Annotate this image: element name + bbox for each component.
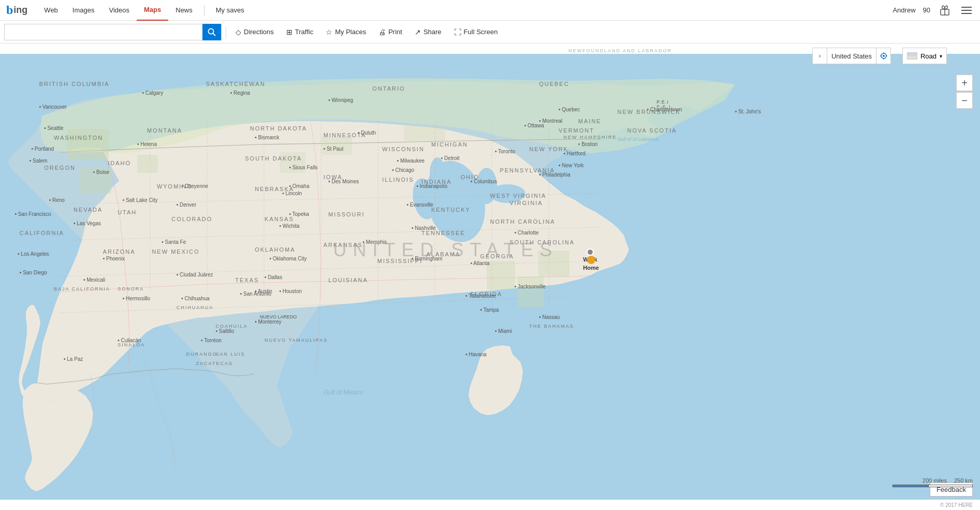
svg-rect-38 [538,251,569,276]
scale-labels: 200 miles 250 km [923,477,973,484]
search-button[interactable] [202,24,221,40]
svg-rect-34 [137,155,158,173]
search-icon [208,28,216,36]
directions-icon: ◇ [236,28,241,36]
map-svg [0,43,980,510]
zoom-out-button[interactable]: − [956,92,973,109]
bing-logo[interactable]: b ing [6,3,27,17]
star-icon: ☆ [326,28,332,36]
svg-rect-32 [67,129,109,160]
traffic-button[interactable]: ⊞ Traffic [281,24,318,40]
rewards-icon-btn[interactable] [938,3,952,18]
map-toolbar: ◇ Directions ⊞ Traffic ☆ My Places 🖨 Pri… [0,21,980,43]
top-navigation: b ing Web Images Videos Maps News My sav… [0,0,980,21]
gps-icon [880,52,887,60]
share-icon: ↗ [415,28,421,36]
zoom-controls: + − [956,75,973,109]
svg-rect-4 [961,13,972,14]
work-marker-dot [587,249,594,256]
menu-icon-btn[interactable] [959,5,974,16]
scale-container: 200 miles 250 km [893,477,973,487]
svg-rect-2 [961,7,972,8]
nav-links: Web Images Videos Maps News My saves [37,0,251,21]
map-type-selector: Road ▾ [902,48,947,64]
print-icon: 🖨 [378,28,386,36]
nav-news[interactable]: News [168,0,200,21]
svg-rect-3 [961,10,972,11]
home-marker-label: Home [583,265,599,271]
search-input[interactable] [5,24,202,40]
svg-point-5 [209,28,214,34]
location-bar: › United States [812,48,891,64]
road-dropdown-arrow: ▾ [940,53,942,59]
road-type-icon [907,52,917,60]
fullscreen-button[interactable]: ⛶ Full Screen [449,24,503,40]
my-places-button[interactable]: ☆ My Places [320,24,371,40]
gps-button[interactable] [876,48,890,64]
username-label: Andrew [893,6,915,14]
svg-rect-33 [80,168,111,194]
scale-km-bar [929,485,973,487]
svg-rect-35 [280,152,305,173]
home-marker-dot [587,256,595,264]
share-button[interactable]: ↗ Share [409,24,447,40]
svg-line-6 [213,33,216,36]
fullscreen-icon: ⛶ [454,28,461,36]
nav-web[interactable]: Web [37,0,65,21]
svg-point-17 [430,157,445,188]
scale-bar [893,485,973,487]
road-type-button[interactable]: Road ▾ [902,48,947,64]
svg-point-42 [883,55,885,57]
nav-right: Andrew 90 [893,3,974,18]
directions-button[interactable]: ◇ Directions [230,24,279,40]
rewards-icon [940,5,950,16]
points-label: 90 [923,6,930,14]
home-marker: Home [583,256,599,271]
nav-videos[interactable]: Videos [102,0,137,21]
zoom-in-button[interactable]: + [956,75,973,91]
nav-my-saves[interactable]: My saves [209,0,252,21]
svg-rect-37 [404,125,445,141]
search-box [4,24,222,40]
svg-rect-36 [321,137,352,155]
location-nav-button[interactable]: › [813,48,827,64]
scale-km-label: 250 km [954,477,973,484]
nav-divider [204,5,204,16]
nav-maps[interactable]: Maps [137,0,168,21]
svg-rect-39 [518,276,544,308]
scale-miles-label: 200 miles [923,477,947,484]
copyright-label: © 2017 HERE [940,502,973,508]
print-button[interactable]: 🖨 Print [373,24,407,40]
traffic-icon: ⊞ [286,28,292,36]
scale-miles-bar [893,485,929,487]
svg-point-15 [489,184,525,203]
toolbar-sep-1 [226,26,226,38]
location-label: United States [827,48,876,64]
svg-rect-40 [487,261,515,289]
map-container[interactable]: UNITED STATES › United States Road ▾ [0,43,980,510]
nav-images[interactable]: Images [65,0,102,21]
hamburger-icon [961,7,972,14]
